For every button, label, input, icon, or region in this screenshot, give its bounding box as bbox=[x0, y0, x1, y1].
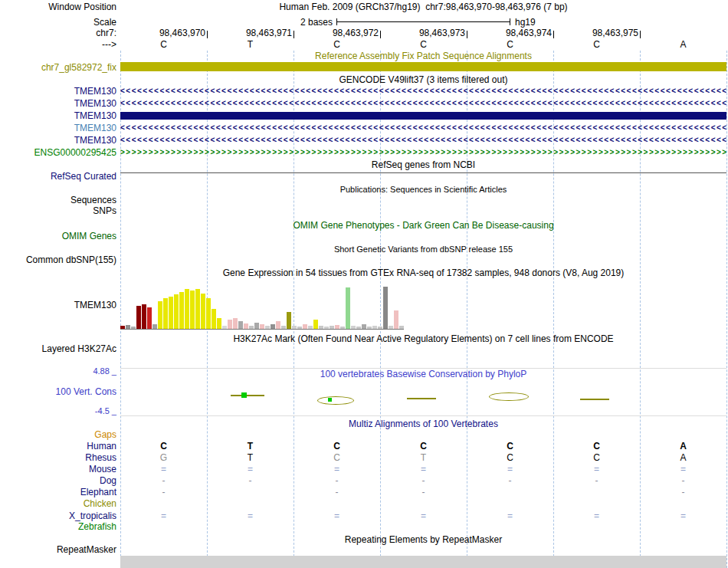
alignment-cell: - bbox=[120, 475, 207, 486]
gtex-expression-bar[interactable] bbox=[244, 323, 248, 329]
track-label-tmem130[interactable]: TMEM130 bbox=[0, 86, 116, 97]
section-title-omim-gene-phenotypes-dark-green-can-be-d[interactable]: OMIM Gene Phenotypes - Dark Green Can Be… bbox=[120, 220, 726, 231]
gtex-expression-bar[interactable] bbox=[346, 287, 350, 329]
alignment-cell: C bbox=[120, 441, 207, 451]
alignment-cell: C bbox=[293, 441, 380, 451]
gtex-expression-bar[interactable] bbox=[228, 320, 232, 329]
alignment-cell: - bbox=[553, 475, 640, 486]
track-label-tmem130[interactable]: TMEM130 bbox=[0, 135, 116, 146]
track-label-tmem130[interactable]: TMEM130 bbox=[0, 110, 116, 121]
alignment-cell: - bbox=[207, 475, 293, 486]
gtex-expression-bar[interactable] bbox=[217, 318, 221, 329]
alignment-cell: C bbox=[467, 452, 553, 463]
section-title-repeating-elements-by-repeatmasker[interactable]: Repeating Elements by RepeatMasker bbox=[120, 534, 726, 545]
alignment-cell: - bbox=[380, 475, 467, 486]
transcript-strand-line[interactable]: <<<<<<<<<<<<<<<<<<<<<<<<<<<<<<<<<<<<<<<<… bbox=[120, 123, 726, 133]
gtex-expression-bar[interactable] bbox=[142, 304, 146, 329]
track-label-chr7-gl582972-fix[interactable]: chr7_gl582972_fix bbox=[0, 62, 116, 73]
alignment-cell: - bbox=[293, 475, 380, 486]
repeatmasker-track-area[interactable] bbox=[120, 556, 726, 568]
track-label-100-vert-cons[interactable]: 100 Vert. Cons bbox=[0, 386, 116, 397]
gtex-expression-bar[interactable] bbox=[287, 312, 291, 329]
transcript-exon-bar[interactable] bbox=[120, 112, 726, 120]
species-label-mouse[interactable]: Mouse bbox=[0, 464, 116, 474]
alignment-cell: = bbox=[467, 464, 553, 474]
transcript-strand-line[interactable]: <<<<<<<<<<<<<<<<<<<<<<<<<<<<<<<<<<<<<<<<… bbox=[120, 87, 726, 96]
ruler-base: T bbox=[207, 39, 293, 50]
track-label-layered-h3k27ac[interactable]: Layered H3K27Ac bbox=[0, 343, 116, 354]
gtex-expression-bar[interactable] bbox=[276, 321, 280, 329]
track-label-tmem130[interactable]: TMEM130 bbox=[0, 98, 116, 109]
gtex-expression-bar[interactable] bbox=[313, 320, 318, 329]
window-position-value: Human Feb. 2009 (GRCh37/hg19) chr7:98,46… bbox=[120, 2, 726, 12]
conservation-peak-square bbox=[241, 392, 247, 398]
transcript-strand-line[interactable]: <<<<<<<<<<<<<<<<<<<<<<<<<<<<<<<<<<<<<<<<… bbox=[120, 136, 726, 145]
gtex-expression-bar[interactable] bbox=[212, 309, 216, 329]
transcript-strand-line[interactable]: >>>>>>>>>>>>>>>>>>>>>>>>>>>>>>>>>>>>>>>>… bbox=[120, 148, 726, 157]
fix-patch-alignment-bar[interactable] bbox=[120, 62, 726, 71]
section-title-multiz-alignments-of-100-vertebrates[interactable]: Multiz Alignments of 100 Vertebrates bbox=[120, 419, 726, 429]
gtex-expression-bar[interactable] bbox=[254, 323, 259, 329]
alignment-cell: C bbox=[467, 441, 553, 451]
gtex-expression-bar[interactable] bbox=[147, 307, 152, 329]
ruler-base: A bbox=[640, 39, 726, 50]
gtex-expression-bar[interactable] bbox=[195, 289, 200, 329]
gtex-expression-bar[interactable] bbox=[169, 297, 173, 329]
gtex-expression-bar[interactable] bbox=[185, 289, 189, 329]
track-label-4-5[interactable]: -4.5 _ bbox=[0, 405, 116, 416]
gtex-expression-bar[interactable] bbox=[233, 318, 238, 329]
section-title-gene-expression-in-54-tissues-from-gtex-[interactable]: Gene Expression in 54 tissues from GTEx … bbox=[120, 268, 726, 278]
gtex-expression-bar[interactable] bbox=[136, 306, 141, 329]
ruler-coordinate: 98,463,972 bbox=[310, 28, 379, 38]
track-label-tmem130[interactable]: TMEM130 bbox=[0, 123, 116, 133]
alignment-cell: A bbox=[640, 452, 726, 463]
section-title-100-vertebrates-basewise-conservation-by[interactable]: 100 vertebrates Basewise Conservation by… bbox=[120, 369, 726, 379]
species-label-gaps[interactable]: Gaps bbox=[0, 429, 116, 440]
gtex-expression-bar[interactable] bbox=[201, 294, 205, 329]
scale-bar-line bbox=[336, 21, 510, 22]
ruler-coordinate: 98,463,974 bbox=[483, 28, 552, 38]
track-label-omim-genes[interactable]: OMIM Genes bbox=[0, 231, 116, 241]
gtex-expression-bar[interactable] bbox=[179, 292, 184, 329]
conservation-mark-line bbox=[580, 399, 609, 400]
track-label-ensg00000295425[interactable]: ENSG00000295425 bbox=[0, 147, 116, 158]
strand-direction-label: ---> bbox=[0, 39, 116, 50]
gtex-expression-bar[interactable] bbox=[383, 287, 388, 329]
section-title-refseq-genes-from-ncbi[interactable]: RefSeq genes from NCBI bbox=[120, 159, 726, 170]
track-label-refseq-curated[interactable]: RefSeq Curated bbox=[0, 171, 116, 182]
ruler-tick bbox=[640, 31, 641, 38]
track-label-4-88[interactable]: 4.88 _ bbox=[0, 366, 116, 376]
track-label-tmem130[interactable]: TMEM130 bbox=[0, 300, 116, 310]
transcript-strand-line[interactable]: <<<<<<<<<<<<<<<<<<<<<<<<<<<<<<<<<<<<<<<<… bbox=[120, 99, 726, 108]
section-title-gencode-v49lift37-3-items-filtered-out[interactable]: GENCODE V49lift37 (3 items filtered out) bbox=[120, 74, 726, 85]
conservation-mark-ellipse bbox=[489, 392, 529, 401]
section-title-h3k27ac-mark-often-found-near-active-reg[interactable]: H3K27Ac Mark (Often Found Near Active Re… bbox=[120, 333, 726, 344]
species-label-rhesus[interactable]: Rhesus bbox=[0, 452, 116, 463]
alignment-cell: = bbox=[640, 464, 726, 474]
species-label-x-tropicalis[interactable]: X_tropicalis bbox=[0, 511, 116, 521]
track-label-snps[interactable]: SNPs bbox=[0, 205, 116, 216]
section-title-reference-assembly-fix-patch-sequence-al[interactable]: Reference Assembly Fix Patch Sequence Al… bbox=[120, 51, 726, 61]
gtex-expression-bar[interactable] bbox=[158, 301, 162, 329]
gtex-expression-bar[interactable] bbox=[394, 310, 398, 329]
gtex-expression-bar[interactable] bbox=[163, 298, 168, 329]
scale-bar-left-tick bbox=[336, 18, 337, 25]
track-label-sequences[interactable]: Sequences bbox=[0, 195, 116, 205]
species-label-zebrafish[interactable]: Zebrafish bbox=[0, 521, 116, 532]
gtex-expression-bar[interactable] bbox=[174, 294, 179, 329]
species-label-elephant[interactable]: Elephant bbox=[0, 487, 116, 497]
gtex-expression-bar[interactable] bbox=[206, 298, 211, 329]
section-title-publications-sequences-in-scientific-art[interactable]: Publications: Sequences in Scientific Ar… bbox=[120, 184, 726, 195]
conservation-mark-line bbox=[407, 398, 436, 399]
species-label-dog[interactable]: Dog bbox=[0, 475, 116, 486]
gtex-expression-bar[interactable] bbox=[238, 321, 243, 329]
alignment-cell: = bbox=[293, 464, 380, 474]
gtex-expression-bar[interactable] bbox=[190, 291, 195, 329]
track-label-common-dbsnp-155[interactable]: Common dbSNP(155) bbox=[0, 254, 116, 265]
section-title-short-genetic-variants-from-dbsnp-releas[interactable]: Short Genetic Variants from dbSNP releas… bbox=[120, 244, 726, 254]
scale-bar-right-tick bbox=[510, 18, 510, 25]
species-label-human[interactable]: Human bbox=[0, 441, 116, 451]
ruler-tick bbox=[207, 31, 208, 38]
track-label-repeatmasker[interactable]: RepeatMasker bbox=[0, 544, 116, 555]
species-label-chicken[interactable]: Chicken bbox=[0, 498, 116, 509]
